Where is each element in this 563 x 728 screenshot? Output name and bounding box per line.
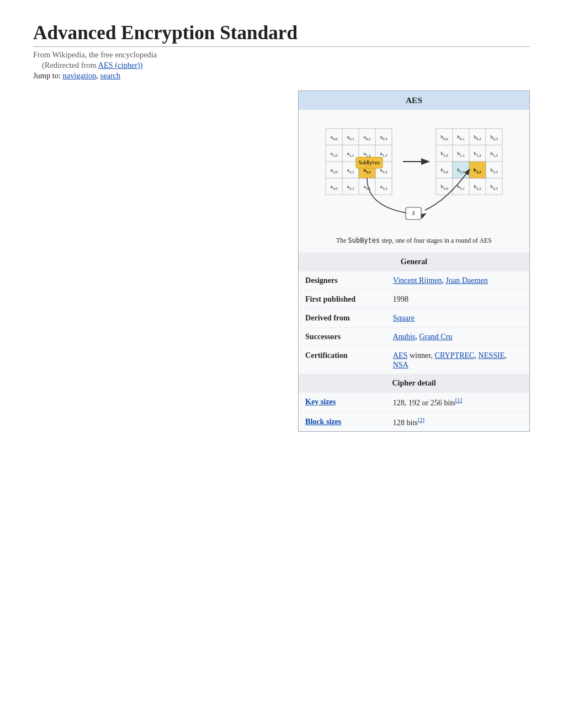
certification-label: Certification <box>299 346 386 374</box>
first-published-value: 1998 <box>386 290 529 309</box>
svg-text:b0,1: b0,1 <box>457 134 465 141</box>
infobox-title: AES <box>299 91 529 110</box>
svg-text:a1,1: a1,1 <box>347 151 354 158</box>
svg-text:b2,3: b2,3 <box>490 167 498 174</box>
key-sizes-link[interactable]: Key sizes <box>305 397 336 406</box>
svg-text:b1,2: b1,2 <box>474 151 481 158</box>
designers-value: Vincent Rijmen, Joan Daemen <box>386 271 529 290</box>
svg-text:a2,1: a2,1 <box>347 167 354 174</box>
aes-cert-link[interactable]: AES <box>393 351 408 360</box>
table-row: Certification AES winner, CRYPTREC, NESS… <box>299 346 529 374</box>
derived-from-value: Square <box>386 309 529 328</box>
infobox-section-general: General <box>299 253 529 271</box>
jump-line: Jump to: navigation, search <box>33 71 530 81</box>
svg-text:a1,0: a1,0 <box>331 151 338 158</box>
infobox-section-cipher: Cipher detail <box>299 374 529 392</box>
infobox-diagram: a0,0 a0,1 a0,2 a0,3 a1,0 a1,1 a1,2 a1,3 … <box>299 110 529 233</box>
svg-text:a3,2: a3,2 <box>364 184 371 191</box>
certification-value: AES winner, CRYPTREC, NESSIE, NSA <box>386 346 529 374</box>
grand-cru-link[interactable]: Grand Cru <box>419 332 453 341</box>
svg-text:a1,3: a1,3 <box>380 151 387 158</box>
key-sizes-value: 128, 192 or 256 bits[1] <box>386 393 529 413</box>
svg-text:a0,0: a0,0 <box>331 134 338 141</box>
successors-label: Successors <box>299 328 386 346</box>
svg-text:a0,2: a0,2 <box>364 134 371 141</box>
svg-text:b1,0: b1,0 <box>440 151 448 158</box>
svg-text:b3,2: b3,2 <box>474 184 481 191</box>
jump-navigation-link[interactable]: navigation <box>63 71 97 80</box>
redirect-prefix: (Redirected from <box>42 61 98 69</box>
block-sizes-link[interactable]: Block sizes <box>305 417 341 426</box>
svg-text:a3,1: a3,1 <box>347 184 354 191</box>
svg-text:S: S <box>412 210 415 216</box>
square-link[interactable]: Square <box>393 313 415 322</box>
table-row: Successors Anubis, Grand Cru <box>299 328 529 346</box>
infobox-general-table: Designers Vincent Rijmen, Joan Daemen Fi… <box>299 271 529 374</box>
jump-prefix: Jump to: <box>33 71 63 80</box>
table-row: Derived from Square <box>299 309 529 328</box>
svg-text:b3,3: b3,3 <box>490 184 498 191</box>
infobox-caption: The SubBytes step, one of four stages in… <box>299 233 529 253</box>
svg-text:SubBytes: SubBytes <box>359 160 380 165</box>
nessie-link[interactable]: NESSIE <box>479 351 505 360</box>
block-sizes-value: 128 bits[2] <box>386 412 529 431</box>
infobox-cipher-table: Key sizes 128, 192 or 256 bits[1] Block … <box>299 392 529 431</box>
anubis-link[interactable]: Anubis <box>393 332 416 341</box>
block-sizes-ref[interactable]: [2] <box>418 417 424 423</box>
svg-text:b0,3: b0,3 <box>490 134 498 141</box>
designers-label: Designers <box>299 271 386 290</box>
table-row: Key sizes 128, 192 or 256 bits[1] <box>299 393 529 413</box>
redirect-link[interactable]: AES (cipher)) <box>98 61 143 69</box>
table-row: Designers Vincent Rijmen, Joan Daemen <box>299 271 529 290</box>
subtitle-text: From Wikipedia, the free encyclopedia <box>33 50 530 60</box>
key-sizes-text: 128, 192 or 256 bits <box>393 398 455 407</box>
page-title: Advanced Encryption Standard <box>33 22 530 47</box>
successors-value: Anubis, Grand Cru <box>386 328 529 346</box>
svg-text:b1,3: b1,3 <box>490 151 498 158</box>
svg-text:b2,0: b2,0 <box>440 167 448 174</box>
key-sizes-label: Key sizes <box>299 393 386 413</box>
vincent-rijmen-link[interactable]: Vincent Rijmen <box>393 276 442 285</box>
caption-code: SubBytes <box>348 237 380 244</box>
block-sizes-label: Block sizes <box>299 412 386 431</box>
redirect-line: (Redirected from AES (cipher)) <box>33 61 530 70</box>
svg-text:a3,3: a3,3 <box>380 184 387 191</box>
table-row: First published 1998 <box>299 290 529 309</box>
svg-text:b0,2: b0,2 <box>474 134 481 141</box>
derived-from-label: Derived from <box>299 309 386 328</box>
key-sizes-ref[interactable]: [1] <box>455 397 462 403</box>
svg-text:b3,1: b3,1 <box>457 184 465 191</box>
infobox: AES a0,0 a0,1 a <box>298 90 530 432</box>
svg-text:a2,0: a2,0 <box>331 167 338 174</box>
joan-daemen-link[interactable]: Joan Daemen <box>446 276 488 285</box>
nsa-link[interactable]: NSA <box>393 360 408 369</box>
svg-text:a0,1: a0,1 <box>347 134 354 141</box>
cryptrec-link[interactable]: CRYPTREC <box>435 351 475 360</box>
svg-text:a3,0: a3,0 <box>331 184 338 191</box>
svg-text:b1,1: b1,1 <box>457 151 465 158</box>
block-sizes-text: 128 bits <box>393 417 418 426</box>
jump-search-link[interactable]: search <box>100 71 121 80</box>
svg-text:b3,0: b3,0 <box>440 184 448 191</box>
svg-text:b0,0: b0,0 <box>440 134 448 141</box>
table-row: Block sizes 128 bits[2] <box>299 412 529 431</box>
svg-text:a1,2: a1,2 <box>364 151 371 158</box>
svg-text:a0,3: a0,3 <box>380 134 387 141</box>
first-published-label: First published <box>299 290 386 309</box>
